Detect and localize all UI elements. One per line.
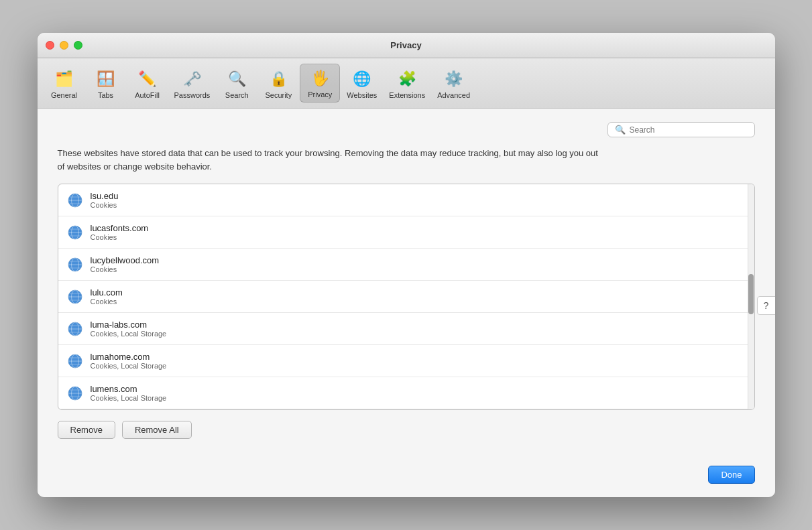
search-input[interactable] <box>630 125 748 135</box>
tab-extensions-label: Extensions <box>389 91 425 99</box>
tab-privacy-label: Privacy <box>308 90 332 98</box>
tab-autofill-label: AutoFill <box>135 91 160 99</box>
tabs-icon: 🪟 <box>95 68 117 90</box>
website-info: lulu.com Cookies <box>91 287 123 306</box>
titlebar: Privacy <box>38 33 775 58</box>
globe-icon <box>68 289 82 304</box>
tab-tabs-label: Tabs <box>98 91 113 99</box>
website-name: lucasfonts.com <box>91 223 149 233</box>
done-button[interactable]: Done <box>708 466 754 484</box>
tab-passwords-label: Passwords <box>174 91 211 99</box>
tab-general-label: General <box>51 91 77 99</box>
tab-privacy[interactable]: 🖐️ Privacy <box>300 64 340 103</box>
list-item[interactable]: luma-labs.com Cookies, Local Storage <box>58 313 754 345</box>
list-item[interactable]: lsu.edu Cookies <box>58 184 754 216</box>
help-button[interactable]: ? <box>757 296 775 315</box>
website-type: Cookies, Local Storage <box>91 330 167 338</box>
globe-icon <box>68 386 82 401</box>
search-icon: 🔍 <box>615 125 626 135</box>
list-item[interactable]: lulu.com Cookies <box>58 281 754 313</box>
general-icon: 🗂️ <box>54 68 75 90</box>
website-info: lucasfonts.com Cookies <box>91 223 149 241</box>
list-item[interactable]: lucybellwood.com Cookies <box>58 249 754 281</box>
website-name: lucybellwood.com <box>91 255 160 265</box>
website-type: Cookies, Local Storage <box>91 394 167 402</box>
minimize-button[interactable] <box>60 41 68 50</box>
website-type: Cookies <box>91 265 160 273</box>
website-info: lsu.edu Cookies <box>91 191 119 209</box>
scrollbar-thumb[interactable] <box>748 274 754 314</box>
main-window: Privacy 🗂️ General 🪟 Tabs ✏️ AutoFill 🗝️… <box>38 33 775 497</box>
list-item[interactable]: lumahome.com Cookies, Local Storage <box>58 345 754 377</box>
websites-icon: 🌐 <box>351 68 373 90</box>
tab-websites[interactable]: 🌐 Websites <box>341 65 382 103</box>
tab-security-label: Security <box>265 91 292 99</box>
extensions-icon: 🧩 <box>396 68 418 90</box>
tab-tabs[interactable]: 🪟 Tabs <box>86 65 126 103</box>
list-item[interactable]: lumens.com Cookies, Local Storage <box>58 377 754 409</box>
globe-icon <box>68 225 82 240</box>
website-type: Cookies, Local Storage <box>91 362 167 370</box>
globe-icon <box>68 193 82 208</box>
remove-button[interactable]: Remove <box>58 421 115 439</box>
security-icon: 🔒 <box>268 68 289 90</box>
website-info: lumahome.com Cookies, Local Storage <box>91 352 167 370</box>
autofill-icon: ✏️ <box>137 68 158 90</box>
website-type: Cookies <box>91 201 119 209</box>
content-area: 🔍 These websites have stored data that c… <box>38 109 775 497</box>
website-type: Cookies <box>91 233 149 241</box>
website-list: lsu.edu Cookies lucasfonts.com C <box>58 184 755 410</box>
website-info: lucybellwood.com Cookies <box>91 255 160 273</box>
globe-icon <box>68 322 82 336</box>
globe-icon <box>68 354 82 369</box>
window-title: Privacy <box>390 40 421 50</box>
tab-extensions[interactable]: 🧩 Extensions <box>384 65 430 103</box>
close-button[interactable] <box>46 41 54 50</box>
tab-advanced[interactable]: ⚙️ Advanced <box>432 65 475 103</box>
advanced-icon: ⚙️ <box>443 68 465 90</box>
website-info: lumens.com Cookies, Local Storage <box>91 384 167 402</box>
website-info: luma-labs.com Cookies, Local Storage <box>91 320 167 338</box>
website-name: lumens.com <box>91 384 167 394</box>
website-type: Cookies <box>91 297 123 306</box>
maximize-button[interactable] <box>74 41 82 50</box>
tab-security[interactable]: 🔒 Security <box>258 65 298 103</box>
tab-passwords[interactable]: 🗝️ Passwords <box>169 65 216 103</box>
scrollbar-track <box>748 184 754 409</box>
bottom-buttons: Remove Remove All <box>58 421 755 439</box>
passwords-icon: 🗝️ <box>181 68 202 90</box>
search-container[interactable]: 🔍 <box>607 122 755 137</box>
website-name: luma-labs.com <box>91 320 167 330</box>
website-name: lumahome.com <box>91 352 167 362</box>
tab-autofill[interactable]: ✏️ AutoFill <box>127 65 168 103</box>
tab-advanced-label: Advanced <box>437 91 470 99</box>
tab-general[interactable]: 🗂️ General <box>44 65 84 103</box>
tab-search-label: Search <box>225 91 249 99</box>
tab-websites-label: Websites <box>347 91 377 99</box>
search-row: 🔍 <box>58 122 755 137</box>
description-text: These websites have stored data that can… <box>58 147 607 173</box>
website-name: lulu.com <box>91 287 123 297</box>
search-tab-icon: 🔍 <box>226 68 247 90</box>
website-name: lsu.edu <box>91 191 119 201</box>
privacy-icon: 🖐️ <box>309 68 331 89</box>
window-controls <box>46 41 82 50</box>
globe-icon <box>68 257 82 272</box>
toolbar: 🗂️ General 🪟 Tabs ✏️ AutoFill 🗝️ Passwor… <box>38 58 775 109</box>
remove-all-button[interactable]: Remove All <box>122 421 192 439</box>
tab-search[interactable]: 🔍 Search <box>217 65 257 103</box>
list-item[interactable]: lucasfonts.com Cookies <box>58 216 754 249</box>
